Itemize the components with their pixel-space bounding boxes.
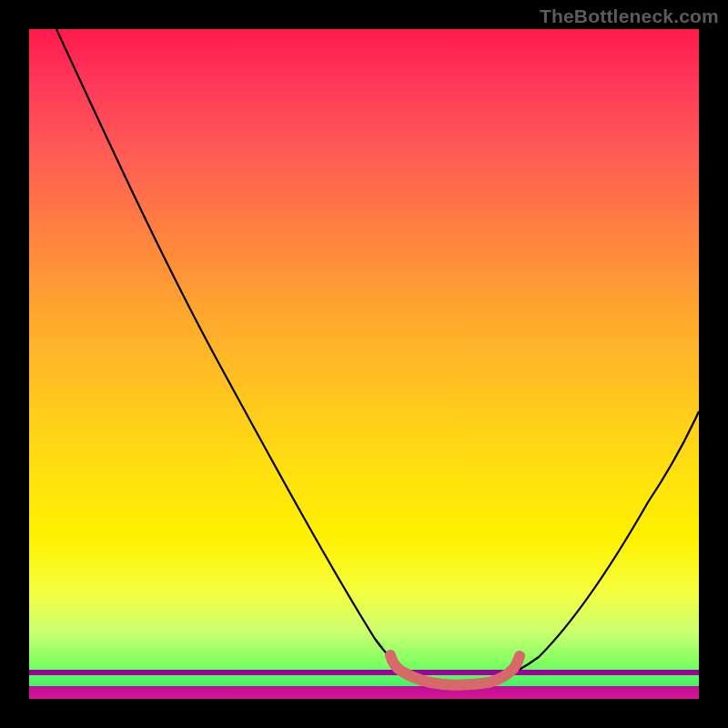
watermark-text: TheBottleneck.com [540, 5, 719, 27]
plot-area [29, 29, 699, 699]
curve-path [56, 29, 699, 684]
chart-svg [29, 29, 699, 699]
chart-frame: TheBottleneck.com [0, 0, 728, 728]
bottom-marker-path [390, 655, 520, 685]
